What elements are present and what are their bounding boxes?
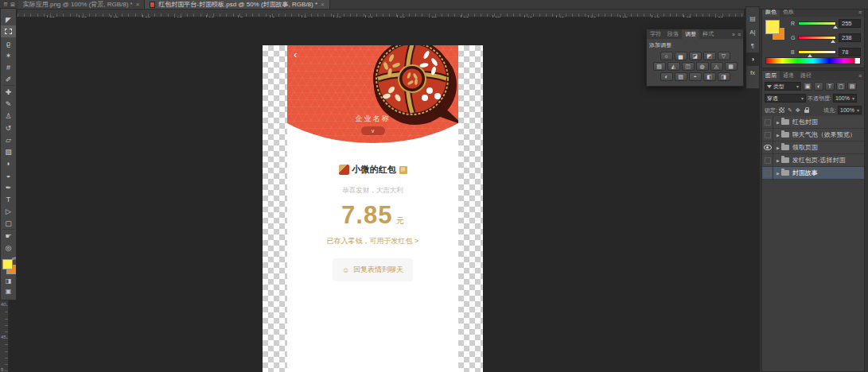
styles-panel-icon[interactable]: fx [746,66,759,79]
filter-pixel-layers-button[interactable]: ▣ [803,82,812,91]
shape-tool[interactable]: ▢ [1,217,16,229]
filter-shape-layers-button[interactable]: ▢ [836,82,846,91]
history-panel-icon[interactable]: ▤ [746,12,759,25]
move-tool[interactable]: ◤ [1,14,16,25]
close-window-icon[interactable]: ⊠ [10,2,15,8]
layer-group-row[interactable]: ▶ 领取页面 [762,141,864,154]
curves-button[interactable]: ◪ [689,52,702,60]
lock-position-icon[interactable]: ✥ [796,107,800,114]
tab-character[interactable]: 字符 [647,29,664,39]
slider-thumb[interactable] [808,52,812,57]
rectangular-marquee-tool[interactable] [1,25,16,37]
adjustments-panel-icon[interactable]: ◑ [746,52,759,66]
zoom-tool[interactable]: ◎ [1,242,16,254]
layer-group-row-selected[interactable]: ▶ 封面故事 [762,167,864,180]
tab-paragraph[interactable]: 段落 [664,29,682,39]
panel-menu-icon[interactable]: ≡ [858,73,862,79]
layer-group-row[interactable]: ▶ 发红包页-选择封面 [762,154,864,167]
lasso-tool[interactable]: ϱ [1,37,16,49]
opacity-value-dropdown[interactable]: 100% ▾ [833,94,857,103]
document-tab-psd-active[interactable]: 红包封面平台-封面模板.psd @ 50% (封面故事, RGB/8) * × [145,0,329,9]
tab-channels[interactable]: 通道 [780,71,797,80]
green-channel-value[interactable]: 238 [839,33,861,42]
layer-group-row[interactable]: ▶ 红包封面 [762,116,864,129]
posterize-button[interactable]: ▨ [675,72,687,81]
lock-pixels-icon[interactable]: ✎ [788,107,792,114]
vibrance-button[interactable]: ▽ [718,52,730,60]
type-tool[interactable]: T [1,193,16,205]
expand-triangle-icon[interactable]: ▶ [777,171,780,176]
hue-saturation-button[interactable]: ▧ [653,62,666,71]
blend-mode-dropdown[interactable]: 穿透 ▾ [765,94,806,103]
character-panel-icon[interactable]: A| [746,25,759,39]
foreground-color-swatch[interactable] [2,259,13,269]
dodge-tool[interactable]: ◒ [1,169,16,181]
color-spectrum-ramp[interactable] [765,57,861,64]
expand-triangle-icon[interactable]: ▶ [777,145,780,150]
close-tab-icon[interactable]: × [321,1,325,8]
photo-filter-button[interactable]: ◍ [696,62,709,71]
color-lookup-button[interactable]: ▦ [725,62,738,71]
eraser-tool[interactable]: ▱ [1,134,16,145]
invert-button[interactable]: ◐ [660,72,673,81]
visibility-toggle[interactable] [762,141,773,154]
document-tab-png[interactable]: 实际应用.png @ 100% (背景, RGB/8) * × [18,0,146,9]
path-selection-tool[interactable]: ▷ [1,205,16,217]
close-tab-icon[interactable]: × [136,1,140,8]
filter-smart-objects-button[interactable]: ▤ [847,82,857,91]
expand-triangle-icon[interactable]: ▶ [777,158,780,163]
red-packet-page-canvas[interactable]: ‹ 企业名称 ∨ 小微的红包 拼 恭喜发财，大吉大利 7.85 元 已存入零钱，… [287,45,458,372]
tab-layers[interactable]: 图层 [762,71,780,80]
paragraph-panel-icon[interactable]: ¶ [746,39,759,52]
pen-tool[interactable]: ✒ [1,181,16,193]
magic-wand-tool[interactable]: ✶ [1,49,16,61]
visibility-toggle[interactable] [762,129,773,141]
lock-transparency-icon[interactable] [779,107,784,113]
lock-all-icon[interactable] [804,110,809,113]
threshold-button[interactable]: ◓ [689,72,702,81]
color-balance-button[interactable]: ◭ [668,62,680,71]
slider-thumb[interactable] [833,23,838,29]
brush-tool[interactable]: ✎ [1,98,16,110]
brightness-contrast-button[interactable]: ☼ [660,52,673,60]
crop-tool[interactable]: # [1,61,16,73]
expand-triangle-icon[interactable]: ▶ [777,133,780,138]
collapse-icon[interactable]: ⇈ [3,2,8,8]
green-channel-slider[interactable] [798,36,836,40]
eyedropper-tool[interactable]: ✐ [1,73,16,85]
blue-channel-value[interactable]: 78 [839,48,861,56]
slider-thumb[interactable] [831,37,835,43]
spot-healing-brush-tool[interactable]: ✚ [1,86,16,98]
panel-menu-icon[interactable]: ≡ [858,10,862,15]
gradient-map-button[interactable]: ◧ [703,72,716,81]
filter-type-layers-button[interactable]: T [825,82,835,91]
panel-menu-icon[interactable]: ≡ [738,32,741,37]
screen-mode-button[interactable]: ▣ [1,286,16,296]
foreground-color-swatch[interactable] [765,20,780,34]
expand-triangle-icon[interactable]: ▶ [777,120,780,125]
blue-channel-slider[interactable] [798,50,836,54]
red-channel-slider[interactable] [798,21,836,25]
white-swatch-end[interactable] [854,58,860,64]
blur-tool[interactable]: ◗ [1,157,16,169]
visibility-toggle[interactable] [762,116,773,129]
red-channel-value[interactable]: 255 [839,19,861,28]
selective-color-button[interactable]: ◨ [718,72,730,81]
gradient-tool[interactable]: ▧ [1,145,16,157]
fill-value-dropdown[interactable]: 100% ▾ [838,106,862,114]
clone-stamp-tool[interactable]: ♙ [1,110,16,122]
visibility-toggle[interactable] [762,167,773,180]
layer-group-row[interactable]: ▶ 聊天气泡（效果预览） [762,129,864,141]
visibility-toggle[interactable] [762,154,773,167]
layer-filter-kind-dropdown[interactable]: 类型 ▾ [765,82,801,91]
levels-button[interactable]: ▅ [675,52,687,60]
hand-tool[interactable]: ☛ [1,230,16,242]
history-brush-tool[interactable]: ↺ [1,122,16,134]
black-white-button[interactable]: ◫ [682,62,695,71]
channel-mixer-button[interactable]: ◬ [710,62,723,71]
exposure-button[interactable]: ◩ [703,52,716,60]
tab-paths[interactable]: 路径 [797,71,815,80]
tab-adjustments[interactable]: 调整 [682,29,699,39]
collapse-panel-icon[interactable]: » [732,32,735,37]
tab-styles[interactable]: 样式 [699,29,717,39]
